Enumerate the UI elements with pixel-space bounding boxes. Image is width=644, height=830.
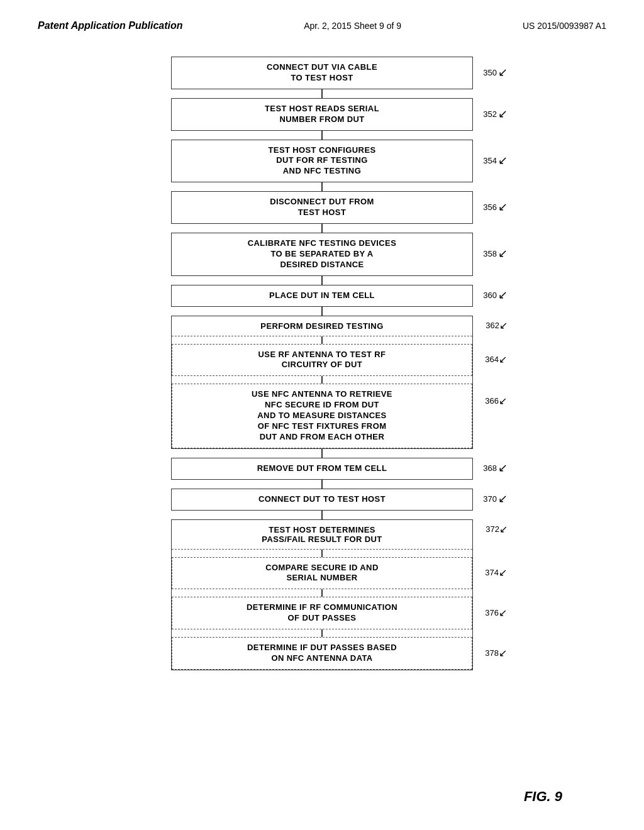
box-364: USE RF ANTENNA TO TEST RFCIRCUITRY OF DU… <box>172 344 472 377</box>
group-362-box: PERFORM DESIRED TESTING USE RF ANTENNA T… <box>171 316 473 449</box>
connector-9 <box>321 511 323 519</box>
box-366: USE NFC ANTENNA TO RETRIEVENFC SECURE ID… <box>172 384 472 448</box>
header: Patent Application Publication Apr. 2, 2… <box>0 0 644 38</box>
inner-connector-1 <box>321 336 323 344</box>
label-362: 362 ↙ <box>486 321 508 331</box>
step-374-wrap: COMPARE SECURE ID ANDSERIAL NUMBER 374 ↙ <box>172 557 472 590</box>
box-378: DETERMINE IF DUT PASSES BASEDON NFC ANTE… <box>172 637 472 670</box>
connector-6 <box>321 307 323 316</box>
step-376-wrap: DETERMINE IF RF COMMUNICATIONOF DUT PASS… <box>172 597 472 629</box>
box-354: TEST HOST CONFIGURESDUT FOR RF TESTINGAN… <box>171 140 473 183</box>
label-350: 350 ↙ <box>483 68 508 78</box>
page: Patent Application Publication Apr. 2, 2… <box>0 0 644 830</box>
group-372: TEST HOST DETERMINESPASS/FAIL RESULT FOR… <box>171 519 473 670</box>
box-test-host-determines: TEST HOST DETERMINESPASS/FAIL RESULT FOR… <box>172 520 472 550</box>
box-356: DISCONNECT DUT FROMTEST HOST <box>171 191 473 224</box>
box-perform-testing: PERFORM DESIRED TESTING <box>172 316 472 336</box>
label-352: 352 ↙ <box>483 109 508 119</box>
connector-2 <box>321 131 323 140</box>
step-360: PLACE DUT IN TEM CELL 360 ↙ <box>171 285 473 307</box>
inner-connector-5 <box>321 629 323 637</box>
step-356: DISCONNECT DUT FROMTEST HOST 356 ↙ <box>171 191 473 224</box>
step-364-wrap: USE RF ANTENNA TO TEST RFCIRCUITRY OF DU… <box>172 344 472 377</box>
label-368: 368 ↙ <box>483 463 508 473</box>
step-350: CONNECT DUT VIA CABLETO TEST HOST 350 ↙ <box>171 57 473 89</box>
group-362: PERFORM DESIRED TESTING USE RF ANTENNA T… <box>171 316 473 449</box>
step-370: CONNECT DUT TO TEST HOST 370 ↙ <box>171 489 473 511</box>
box-374: COMPARE SECURE ID ANDSERIAL NUMBER <box>172 557 472 590</box>
label-360: 360 ↙ <box>483 290 508 301</box>
inner-connector-4 <box>321 589 323 597</box>
step-354: TEST HOST CONFIGURESDUT FOR RF TESTINGAN… <box>171 140 473 183</box>
box-358: CALIBRATE NFC TESTING DEVICESTO BE SEPAR… <box>171 233 473 276</box>
group-372-box: TEST HOST DETERMINESPASS/FAIL RESULT FOR… <box>171 519 473 670</box>
label-370: 370 ↙ <box>483 494 508 504</box>
inner-connector-3 <box>321 550 323 557</box>
step-366-wrap: USE NFC ANTENNA TO RETRIEVENFC SECURE ID… <box>172 384 472 448</box>
diagram-area: CONNECT DUT VIA CABLETO TEST HOST 350 ↙ … <box>0 38 644 670</box>
label-376: 376 ↙ <box>485 608 507 618</box>
step-378-wrap: DETERMINE IF DUT PASSES BASEDON NFC ANTE… <box>172 637 472 670</box>
label-354: 354 ↙ <box>483 156 508 166</box>
label-356: 356 ↙ <box>483 202 508 213</box>
inner-connector-2 <box>321 376 323 384</box>
box-368: REMOVE DUT FROM TEM CELL <box>171 458 473 480</box>
box-350: CONNECT DUT VIA CABLETO TEST HOST <box>171 57 473 89</box>
label-364: 364 ↙ <box>485 355 507 365</box>
step-368: REMOVE DUT FROM TEM CELL 368 ↙ <box>171 458 473 480</box>
connector-5 <box>321 276 323 285</box>
label-374: 374 ↙ <box>485 568 507 578</box>
connector-1 <box>321 89 323 98</box>
header-right: US 2015/0093987 A1 <box>523 21 606 31</box>
step-352: TEST HOST READS SERIALNUMBER FROM DUT 35… <box>171 98 473 131</box>
label-366: 366 ↙ <box>485 396 507 406</box>
label-372: 372 ↙ <box>486 524 508 534</box>
box-352: TEST HOST READS SERIALNUMBER FROM DUT <box>171 98 473 131</box>
label-358: 358 ↙ <box>483 249 508 259</box>
header-center: Apr. 2, 2015 Sheet 9 of 9 <box>304 21 401 31</box>
box-360: PLACE DUT IN TEM CELL <box>171 285 473 307</box>
connector-7 <box>321 449 323 458</box>
header-left: Patent Application Publication <box>38 20 183 31</box>
flow-container: CONNECT DUT VIA CABLETO TEST HOST 350 ↙ … <box>171 57 473 670</box>
label-378: 378 ↙ <box>485 648 507 658</box>
box-376: DETERMINE IF RF COMMUNICATIONOF DUT PASS… <box>172 597 472 629</box>
fig-label: FIG. 9 <box>524 788 562 805</box>
step-358: CALIBRATE NFC TESTING DEVICESTO BE SEPAR… <box>171 233 473 276</box>
connector-3 <box>321 182 323 191</box>
connector-4 <box>321 224 323 233</box>
box-370: CONNECT DUT TO TEST HOST <box>171 489 473 511</box>
connector-8 <box>321 480 323 489</box>
